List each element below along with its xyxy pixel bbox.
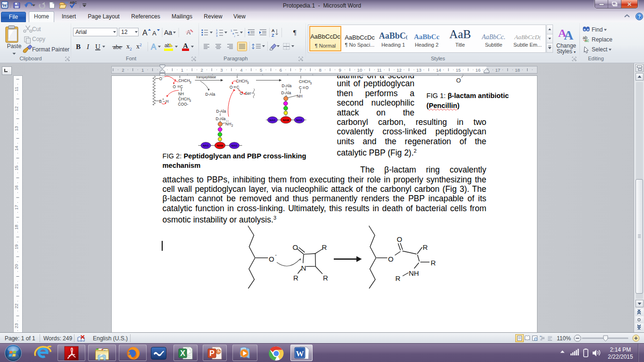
svg-text:C: C [180, 84, 183, 89]
svg-text:ABC: ABC [70, 1, 77, 4]
svg-text:18: 18 [14, 225, 19, 230]
svg-text:2: 2 [201, 67, 203, 73]
svg-text:20: 20 [14, 264, 19, 269]
svg-text:17: 17 [495, 67, 501, 73]
svg-text:–: – [163, 99, 165, 104]
svg-text:14: 14 [436, 67, 441, 73]
svg-text:i: i [234, 35, 235, 37]
svg-text:6: 6 [280, 67, 282, 73]
svg-text:Ser: Ser [245, 91, 251, 96]
svg-text:R: R [396, 274, 401, 282]
svg-text:13: 13 [416, 67, 421, 73]
svg-text:U: U [95, 43, 100, 50]
svg-text:13: 13 [14, 126, 19, 131]
svg-text:I: I [86, 43, 90, 50]
svg-text:4: 4 [240, 67, 242, 73]
svg-text:1: 1 [141, 67, 144, 73]
svg-text:O: O [388, 255, 394, 263]
svg-text:W: W [296, 349, 304, 358]
svg-text:8: 8 [319, 67, 322, 73]
svg-text:O: O [293, 243, 298, 251]
svg-text:NAG: NAG [203, 144, 209, 147]
svg-text:19: 19 [14, 244, 19, 249]
svg-text:2: 2 [122, 67, 124, 73]
svg-text:7: 7 [299, 67, 302, 73]
svg-text:N: N [301, 264, 306, 272]
svg-text:N: N [225, 122, 228, 126]
svg-text:2: 2 [231, 124, 233, 127]
svg-text:R: R [293, 274, 298, 282]
svg-text:B: B [159, 99, 162, 104]
svg-text:1: 1 [181, 67, 183, 73]
svg-text:A: A [152, 30, 157, 37]
svg-text:NH: NH [409, 269, 419, 277]
svg-text:CHCH: CHCH [299, 79, 310, 84]
svg-text:A: A [272, 28, 275, 33]
svg-text:11: 11 [377, 67, 382, 73]
svg-text:3: 3 [190, 99, 191, 102]
svg-text:Select: Select [592, 46, 608, 53]
svg-text:15: 15 [14, 165, 19, 171]
svg-text:¶: ¶ [293, 29, 297, 36]
svg-text:X: X [180, 349, 185, 357]
svg-text:3: 3 [220, 67, 223, 73]
svg-text:A: A [142, 29, 148, 37]
svg-text:3: 3 [247, 81, 249, 84]
svg-text:R: R [322, 243, 327, 251]
svg-text:D-Ala: D-Ala [281, 90, 291, 95]
svg-text:NAM: NAM [217, 144, 223, 147]
svg-text:21: 21 [14, 284, 19, 289]
svg-text:P: P [209, 349, 215, 357]
svg-text:R: R [323, 274, 328, 282]
svg-text:O: O [305, 85, 309, 90]
svg-text:-: - [275, 252, 277, 257]
svg-text:R: R [423, 243, 428, 251]
svg-text:NH: NH [178, 91, 184, 96]
svg-text:Replace: Replace [592, 36, 612, 43]
svg-text:5: 5 [260, 67, 262, 73]
svg-text:3: 3 [216, 34, 218, 37]
svg-text:D-Ala: D-Ala [216, 109, 226, 114]
svg-text:12: 12 [14, 107, 19, 112]
svg-text:?: ? [638, 14, 641, 19]
svg-text:A: A [564, 28, 574, 41]
svg-text:O: O [173, 84, 176, 89]
svg-text:R: R [431, 259, 436, 267]
svg-text:Find: Find [592, 26, 603, 33]
svg-text:3: 3 [310, 82, 312, 85]
svg-text:10: 10 [357, 67, 363, 73]
svg-text:23: 23 [14, 323, 19, 329]
svg-text:O: O [456, 77, 461, 84]
svg-text:O: O [397, 235, 403, 243]
svg-text:H: H [166, 99, 169, 104]
svg-text:22: 22 [14, 304, 19, 309]
svg-text:17: 17 [14, 205, 19, 210]
svg-text:D-Ala: D-Ala [206, 92, 215, 97]
svg-text:Z: Z [272, 33, 274, 37]
svg-text:C: C [299, 85, 302, 90]
svg-text:2: 2 [130, 47, 132, 51]
svg-text:O: O [269, 255, 274, 263]
svg-text:3: 3 [190, 81, 191, 84]
svg-text:CHCH: CHCH [178, 97, 190, 101]
svg-text:W: W [2, 2, 8, 8]
svg-text:D-Ala: D-Ala [282, 83, 292, 88]
svg-text:A: A [183, 42, 188, 49]
svg-text:B: B [76, 43, 81, 50]
svg-text:O: O [159, 76, 163, 81]
svg-text:9: 9 [339, 67, 341, 73]
svg-text:CHCH: CHCH [236, 79, 248, 83]
svg-text:16: 16 [14, 185, 19, 190]
svg-text:11: 11 [14, 87, 19, 91]
svg-text:A: A [151, 42, 157, 51]
svg-text:-: - [163, 75, 164, 78]
svg-text:O: O [230, 85, 233, 90]
svg-text:transpeptidase: transpeptidase [197, 75, 216, 79]
svg-text:x: x [136, 43, 140, 50]
svg-text:Aa: Aa [164, 29, 172, 36]
svg-text:2: 2 [140, 42, 142, 47]
svg-text:NH: NH [297, 94, 303, 99]
svg-text:NAG: NAG [296, 119, 302, 122]
svg-text:x: x [126, 43, 130, 50]
svg-text:18: 18 [515, 67, 520, 73]
